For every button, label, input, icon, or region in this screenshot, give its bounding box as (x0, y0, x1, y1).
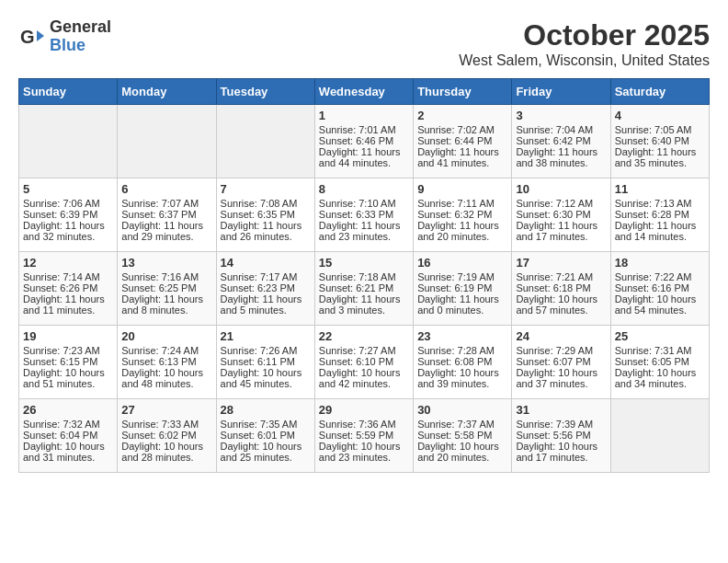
calendar-cell (216, 105, 314, 178)
day-info: Sunset: 6:30 PM (516, 209, 606, 220)
day-number: 31 (516, 403, 606, 417)
column-header-wednesday: Wednesday (314, 79, 413, 105)
day-info: Daylight: 11 hours and 44 minutes. (319, 146, 409, 168)
day-info: Daylight: 11 hours and 3 minutes. (319, 293, 409, 316)
day-info: Sunrise: 7:17 AM (221, 271, 311, 282)
day-number: 17 (516, 256, 606, 270)
day-info: Sunrise: 7:24 AM (121, 345, 211, 356)
title-block: October 2025 West Salem, Wisconsin, Unit… (459, 18, 710, 69)
day-info: Daylight: 10 hours and 51 minutes. (23, 367, 113, 389)
day-number: 9 (417, 182, 507, 196)
day-info: Daylight: 11 hours and 35 minutes. (615, 146, 705, 168)
column-header-thursday: Thursday (414, 79, 512, 105)
day-info: Daylight: 11 hours and 23 minutes. (319, 220, 409, 242)
day-number: 30 (417, 403, 507, 417)
calendar-cell: 20Sunrise: 7:24 AMSunset: 6:13 PMDayligh… (118, 326, 216, 399)
day-number: 4 (615, 109, 705, 122)
calendar-cell: 8Sunrise: 7:10 AMSunset: 6:33 PMDaylight… (314, 178, 413, 252)
day-number: 3 (516, 109, 606, 122)
day-info: Sunset: 6:44 PM (417, 135, 507, 146)
column-header-saturday: Saturday (610, 79, 709, 105)
day-info: Sunset: 6:21 PM (319, 282, 409, 293)
calendar-cell: 12Sunrise: 7:14 AMSunset: 6:26 PMDayligh… (19, 252, 118, 326)
day-number: 23 (417, 329, 507, 343)
day-info: Sunrise: 7:07 AM (121, 198, 211, 209)
day-info: Sunset: 6:05 PM (615, 356, 705, 367)
day-info: Sunrise: 7:29 AM (516, 345, 606, 356)
day-info: Sunset: 6:33 PM (319, 209, 409, 220)
day-info: Sunrise: 7:04 AM (516, 124, 606, 135)
calendar-table: SundayMondayTuesdayWednesdayThursdayFrid… (18, 78, 710, 473)
calendar-cell: 30Sunrise: 7:37 AMSunset: 5:58 PMDayligh… (414, 399, 512, 473)
day-info: Sunset: 6:25 PM (121, 282, 211, 293)
day-info: Sunset: 6:46 PM (319, 135, 409, 146)
day-info: Sunset: 6:19 PM (417, 282, 507, 293)
day-info: Sunset: 6:15 PM (23, 356, 113, 367)
day-info: Sunrise: 7:08 AM (221, 198, 311, 209)
day-info: Daylight: 10 hours and 37 minutes. (516, 367, 606, 389)
day-info: Sunset: 6:08 PM (417, 356, 507, 367)
day-info: Daylight: 11 hours and 32 minutes. (23, 220, 113, 242)
calendar-cell: 6Sunrise: 7:07 AMSunset: 6:37 PMDaylight… (118, 178, 216, 252)
day-info: Sunset: 6:37 PM (121, 209, 211, 220)
day-number: 28 (221, 403, 311, 417)
day-number: 5 (23, 182, 113, 196)
day-info: Sunset: 6:23 PM (221, 282, 311, 293)
calendar-cell: 14Sunrise: 7:17 AMSunset: 6:23 PMDayligh… (216, 252, 314, 326)
page-title: October 2025 (459, 18, 710, 52)
day-number: 15 (319, 256, 409, 270)
day-info: Sunset: 6:28 PM (615, 209, 705, 220)
day-info: Daylight: 11 hours and 29 minutes. (121, 220, 211, 242)
calendar-cell: 23Sunrise: 7:28 AMSunset: 6:08 PMDayligh… (414, 326, 512, 399)
calendar-cell: 27Sunrise: 7:33 AMSunset: 6:02 PMDayligh… (118, 399, 216, 473)
calendar-cell: 31Sunrise: 7:39 AMSunset: 5:56 PMDayligh… (512, 399, 610, 473)
calendar-cell: 3Sunrise: 7:04 AMSunset: 6:42 PMDaylight… (512, 105, 610, 178)
calendar-week-row: 12Sunrise: 7:14 AMSunset: 6:26 PMDayligh… (19, 252, 710, 326)
day-info: Sunrise: 7:32 AM (23, 419, 113, 430)
day-info: Sunrise: 7:11 AM (417, 198, 507, 209)
day-number: 1 (319, 109, 409, 122)
day-number: 19 (23, 329, 113, 343)
day-info: Daylight: 10 hours and 45 minutes. (221, 367, 311, 389)
calendar-cell: 9Sunrise: 7:11 AMSunset: 6:32 PMDaylight… (414, 178, 512, 252)
day-info: Daylight: 10 hours and 31 minutes. (23, 441, 113, 463)
calendar-cell (610, 399, 709, 473)
calendar-header-row: SundayMondayTuesdayWednesdayThursdayFrid… (19, 79, 710, 105)
day-info: Sunset: 6:16 PM (615, 282, 705, 293)
calendar-cell: 24Sunrise: 7:29 AMSunset: 6:07 PMDayligh… (512, 326, 610, 399)
day-info: Sunrise: 7:14 AM (23, 271, 113, 282)
calendar-cell: 1Sunrise: 7:01 AMSunset: 6:46 PMDaylight… (314, 105, 413, 178)
day-info: Daylight: 10 hours and 23 minutes. (319, 441, 409, 463)
calendar-cell: 25Sunrise: 7:31 AMSunset: 6:05 PMDayligh… (610, 326, 709, 399)
day-info: Sunset: 6:35 PM (221, 209, 311, 220)
day-number: 26 (23, 403, 113, 417)
day-number: 11 (615, 182, 705, 196)
day-info: Daylight: 10 hours and 57 minutes. (516, 293, 606, 316)
day-info: Daylight: 10 hours and 39 minutes. (417, 367, 507, 389)
day-info: Daylight: 11 hours and 20 minutes. (417, 220, 507, 242)
day-info: Sunset: 6:02 PM (121, 430, 211, 441)
column-header-friday: Friday (512, 79, 610, 105)
logo-line2: Blue (50, 37, 111, 55)
day-info: Daylight: 11 hours and 11 minutes. (23, 293, 113, 316)
svg-marker-1 (37, 30, 44, 41)
logo-text: General Blue (50, 18, 111, 55)
day-number: 22 (319, 329, 409, 343)
svg-text:G: G (20, 27, 35, 47)
day-info: Daylight: 10 hours and 48 minutes. (121, 367, 211, 389)
day-number: 10 (516, 182, 606, 196)
day-info: Sunrise: 7:21 AM (516, 271, 606, 282)
day-info: Sunset: 6:26 PM (23, 282, 113, 293)
day-info: Sunrise: 7:06 AM (23, 198, 113, 209)
calendar-cell: 19Sunrise: 7:23 AMSunset: 6:15 PMDayligh… (19, 326, 118, 399)
day-info: Daylight: 10 hours and 20 minutes. (417, 441, 507, 463)
day-info: Sunset: 5:59 PM (319, 430, 409, 441)
day-number: 8 (319, 182, 409, 196)
calendar-cell: 13Sunrise: 7:16 AMSunset: 6:25 PMDayligh… (118, 252, 216, 326)
day-info: Sunset: 6:01 PM (221, 430, 311, 441)
day-info: Sunset: 5:58 PM (417, 430, 507, 441)
calendar-week-row: 1Sunrise: 7:01 AMSunset: 6:46 PMDaylight… (19, 105, 710, 178)
day-info: Sunrise: 7:36 AM (319, 419, 409, 430)
calendar-cell: 15Sunrise: 7:18 AMSunset: 6:21 PMDayligh… (314, 252, 413, 326)
day-number: 6 (121, 182, 211, 196)
